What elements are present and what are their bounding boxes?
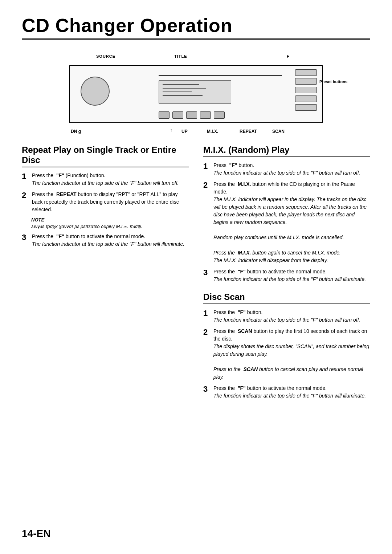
label-dn: DN g [71,129,81,134]
mix-step-3: 3 Press the "F" button to activate the n… [203,268,370,283]
scan-step-2: 2 Press the SCAN button to play the firs… [203,327,370,381]
note-text: Σινγλε τραχκ χαννοτ βε ρεπεατεδ δυρινγ Μ… [31,223,189,230]
label-up: UP [181,129,188,134]
preset-btn-2 [295,78,317,85]
scan-step-1-num: 1 [203,309,211,324]
device-diagram: SOURCE TITLE F [22,50,370,134]
device-knob [81,77,110,106]
repeat-section-title: Repeat Play on Single Track or Entire Di… [22,145,189,167]
label-title: TITLE [174,54,187,58]
mix-section-title: M.I.X. (Random) Play [203,145,370,157]
preset-btn-5 [295,104,317,111]
preset-buttons-group [291,69,320,120]
scan-step-2-num: 2 [203,327,211,381]
preset-btn-1 [295,69,317,76]
right-column: M.I.X. (Random) Play 1 Press "F" button.… [203,145,370,403]
page-title: CD Changer Operation [22,15,370,40]
disc-scan-section-title: Disc Scan [203,292,370,304]
label-repeat-bottom: REPEAT [240,129,257,134]
mix-step-2-num: 2 [203,180,211,264]
mix-step-1-content: Press "F" button. The function indicator… [213,162,360,177]
mix-step-2: 2 Press the M.I.X. button while the CD i… [203,180,370,264]
content-area: Repeat Play on Single Track or Entire Di… [22,145,370,403]
note-label: NOTE [31,217,189,223]
repeat-step-2: 2 Press the REPEAT button to display "RP… [22,191,189,213]
label-source: SOURCE [96,54,115,58]
repeat-note: NOTE Σινγλε τραχκ χαννοτ βε ρεπεατεδ δυρ… [31,217,189,230]
page-footer: 14-EN [22,528,50,539]
repeat-step-3-content: Press the "F" button to activate the nor… [32,233,184,248]
mix-step-1: 1 Press "F" button. The function indicat… [203,162,370,177]
repeat-step-2-content: Press the REPEAT button to display "RPT"… [32,191,189,213]
scan-step-1: 1 Press the "F" button. The function ind… [203,309,370,324]
device-display [159,80,231,104]
label-preset-buttons: Preset buttons [319,80,347,84]
bottom-buttons [159,111,225,119]
label-f: F [287,54,289,58]
repeat-section: Repeat Play on Single Track or Entire Di… [22,145,189,403]
scan-step-3-content: Press the "F" button to activate the nor… [213,384,366,400]
preset-btn-3 [295,87,317,93]
mix-step-2-content: Press the M.I.X. button while the CD is … [213,180,370,264]
mix-step-3-content: Press the "F" button to activate the nor… [213,268,366,283]
scan-step-3: 3 Press the "F" button to activate the n… [203,384,370,400]
scan-step-2-content: Press the SCAN button to play the first … [213,327,370,381]
repeat-step-2-num: 2 [22,191,30,213]
repeat-step-1-num: 1 [22,172,30,187]
label-f-bottom: f [171,128,172,133]
repeat-step-3-num: 3 [22,233,30,248]
repeat-step-3: 3 Press the "F" button to activate the n… [22,233,189,248]
scan-step-3-num: 3 [203,384,211,400]
preset-btn-4 [295,95,317,102]
scan-step-1-content: Press the "F" button. The function indic… [213,309,360,324]
repeat-step-1-content: Press the "F" (Function) button. The fun… [32,172,179,187]
device-body [69,65,323,123]
mix-step-3-num: 3 [203,268,211,283]
mix-step-1-num: 1 [203,162,211,177]
repeat-step-1: 1 Press the "F" (Function) button. The f… [22,172,189,187]
disc-slot [159,75,282,76]
label-scan-bottom: SCAN [272,129,285,134]
label-mix-bottom: M.I.X. [207,129,218,134]
